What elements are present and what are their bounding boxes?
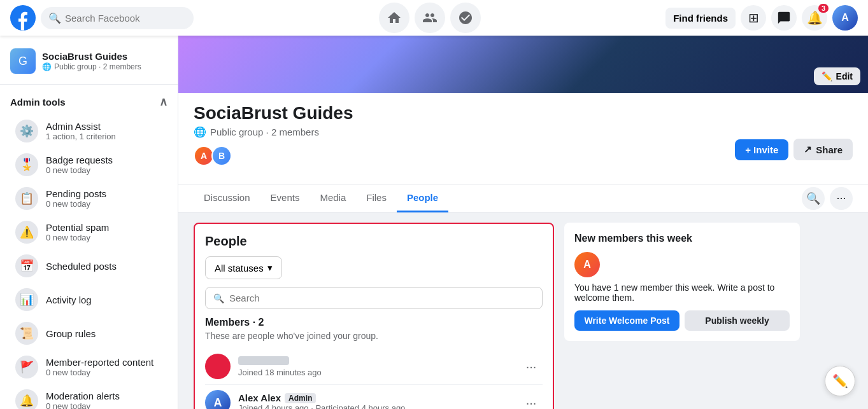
sidebar-item-sub-member-reported: 0 new today xyxy=(46,368,162,377)
share-button[interactable]: ↗ Share xyxy=(793,139,853,160)
tab-files[interactable]: Files xyxy=(356,184,397,212)
content-area: People All statuses ▾ 🔍 Members · 2 Th xyxy=(178,212,815,409)
sidebar-item-sub-potential-spam: 0 new today xyxy=(46,233,162,242)
member-1-name-hidden xyxy=(238,356,289,365)
sidebar-item-potential-spam[interactable]: ⚠️ Potential spam 0 new today xyxy=(5,216,173,249)
member-avatar-2: B xyxy=(211,146,232,166)
group-info-bar: SociaBrust Guides 🌐 Public group · 2 mem… xyxy=(178,93,868,184)
write-welcome-post-button[interactable]: Write Welcome Post xyxy=(574,310,679,331)
sidebar-item-moderation-alerts[interactable]: 🔔 Moderation alerts 0 new today xyxy=(5,384,173,409)
sidebar-item-scheduled-posts[interactable]: 📅 Scheduled posts xyxy=(5,249,173,282)
sidebar-item-sub-pending-posts: 0 new today xyxy=(46,199,162,209)
sidebar-item-text-activity-log: Activity log xyxy=(46,295,162,305)
tab-people[interactable]: People xyxy=(397,184,448,212)
filter-button[interactable]: All statuses ▾ xyxy=(205,256,282,279)
share-icon: ↗ xyxy=(804,144,812,155)
chevron-up-icon: ∧ xyxy=(159,95,167,109)
group-header-mini[interactable]: G SociaBrust Guides 🌐 Public group · 2 m… xyxy=(0,43,178,79)
publish-weekly-button[interactable]: Publish weekly xyxy=(685,310,790,331)
admin-tools-header[interactable]: Admin tools ∧ xyxy=(0,90,178,114)
sidebar-item-icon-group-rules: 📜 xyxy=(15,322,38,345)
sidebar-item-text-admin-assist: Admin Assist 1 action, 1 criterion xyxy=(46,121,162,141)
sidebar-item-sub-moderation-alerts: 0 new today xyxy=(46,401,162,409)
member-1-avatar-img xyxy=(205,354,231,379)
group-cover: ✏️ Edit xyxy=(178,36,868,93)
sidebar-item-icon-moderation-alerts: 🔔 xyxy=(15,389,38,409)
sidebar-item-label-group-rules: Group rules xyxy=(46,328,162,339)
search-icon: 🔍 xyxy=(48,12,61,24)
sidebar-item-activity-log[interactable]: 📊 Activity log xyxy=(5,283,173,316)
sidebar-item-label-scheduled-posts: Scheduled posts xyxy=(46,261,162,272)
member-search-input[interactable] xyxy=(229,293,534,303)
member-search-bar[interactable]: 🔍 xyxy=(205,287,543,309)
member-2-more-btn[interactable]: ··· xyxy=(520,391,543,409)
search-bar[interactable]: 🔍 xyxy=(41,7,194,29)
people-card: People All statuses ▾ 🔍 Members · 2 Th xyxy=(194,223,554,409)
friends-nav-btn[interactable] xyxy=(415,3,445,33)
sidebar-item-icon-admin-assist: ⚙️ xyxy=(15,120,38,142)
sidebar-item-member-reported[interactable]: 🚩 Member-reported content 0 new today xyxy=(5,350,173,384)
edit-cover-button[interactable]: ✏️ Edit xyxy=(814,67,860,85)
sidebar-item-admin-assist[interactable]: ⚙️ Admin Assist 1 action, 1 criterion xyxy=(5,114,173,148)
user-avatar[interactable]: A xyxy=(832,5,858,31)
sidebar-item-sub-badge-requests: 0 new today xyxy=(46,165,162,175)
group-actions: + Invite ↗ Share xyxy=(735,139,853,160)
new-members-title: New members this week xyxy=(574,233,790,244)
tab-events[interactable]: Events xyxy=(260,184,310,212)
sidebar-item-pending-posts[interactable]: 📋 Pending posts 0 new today xyxy=(5,182,173,215)
member-2-avatar-img: A xyxy=(205,390,231,409)
member-row: A Alex Alex Admin Joined 4 hours ago · P… xyxy=(205,385,543,409)
invite-button[interactable]: + Invite xyxy=(735,139,788,160)
filter-label: All statuses xyxy=(215,263,264,274)
find-friends-button[interactable]: Find friends xyxy=(665,8,736,29)
sidebar-item-icon-potential-spam: ⚠️ xyxy=(15,221,38,244)
member-avatar-img-2: B xyxy=(213,147,231,165)
members-section-sub: These are people who've joined your grou… xyxy=(205,331,543,341)
members-section: Members · 2 These are people who've join… xyxy=(205,317,543,409)
facebook-logo[interactable] xyxy=(10,5,36,31)
home-nav-btn[interactable] xyxy=(379,3,409,33)
sidebar-item-text-pending-posts: Pending posts 0 new today xyxy=(46,188,162,209)
sidebar-item-label-badge-requests: Badge requests xyxy=(46,155,162,165)
people-main: People All statuses ▾ 🔍 Members · 2 Th xyxy=(194,223,554,409)
tab-discussion[interactable]: Discussion xyxy=(194,184,260,212)
profile-nav-btn[interactable] xyxy=(450,3,481,33)
member-2-joined: Joined 4 hours ago · Participated 4 hour… xyxy=(238,403,512,409)
tab-media[interactable]: Media xyxy=(309,184,356,212)
sidebar-item-text-moderation-alerts: Moderation alerts 0 new today xyxy=(46,391,162,409)
member-1-info: Joined 18 minutes ago xyxy=(238,356,512,377)
filter-row: All statuses ▾ xyxy=(205,256,543,279)
sidebar-item-icon-badge-requests: 🎖️ xyxy=(15,153,38,176)
sidebar-item-text-member-reported: Member-reported content 0 new today xyxy=(46,357,162,377)
sidebar-item-text-potential-spam: Potential spam 0 new today xyxy=(46,222,162,242)
member-avatars: A B xyxy=(194,146,227,166)
nav-center-icons xyxy=(194,3,665,33)
sidebar-item-icon-activity-log: 📊 xyxy=(15,288,38,311)
search-tab-btn[interactable]: 🔍 xyxy=(802,187,825,210)
group-type-text: Public group · 2 members xyxy=(210,127,319,137)
notifications-btn[interactable]: 🔔 3 xyxy=(802,5,827,31)
sidebar-item-sub-admin-assist: 1 action, 1 criterion xyxy=(46,132,162,141)
sidebar-item-text-scheduled-posts: Scheduled posts xyxy=(46,261,162,272)
sidebar-items-container: ⚙️ Admin Assist 1 action, 1 criterion 🎖️… xyxy=(0,114,178,409)
top-nav: 🔍 Find friends ⊞ 🔔 3 A xyxy=(0,0,868,36)
globe-icon: 🌐 xyxy=(42,62,52,71)
edit-fab[interactable]: ✏️ xyxy=(825,366,855,396)
sidebar-item-icon-pending-posts: 📋 xyxy=(15,187,38,210)
tabs-container: DiscussionEventsMediaFilesPeople xyxy=(194,184,448,212)
messenger-btn[interactable] xyxy=(771,5,797,31)
member-1-more-btn[interactable]: ··· xyxy=(520,355,543,378)
sidebar-item-group-rules[interactable]: 📜 Group rules xyxy=(5,317,173,350)
new-members-card: New members this week A You have 1 new m… xyxy=(564,223,800,341)
group-type-mini: 🌐 Public group · 2 members xyxy=(42,62,141,71)
sidebar-item-badge-requests[interactable]: 🎖️ Badge requests 0 new today xyxy=(5,148,173,181)
sidebar-divider xyxy=(0,84,178,85)
more-tab-btn[interactable]: ··· xyxy=(830,187,853,210)
member-row: Joined 18 minutes ago ··· xyxy=(205,349,543,385)
people-title: People xyxy=(205,234,543,249)
apps-btn[interactable]: ⊞ xyxy=(741,5,766,31)
group-avatar-inner: G xyxy=(10,48,36,74)
group-title: SociaBrust Guides xyxy=(194,103,853,123)
search-input[interactable] xyxy=(65,13,180,24)
sidebar-item-label-admin-assist: Admin Assist xyxy=(46,121,162,132)
